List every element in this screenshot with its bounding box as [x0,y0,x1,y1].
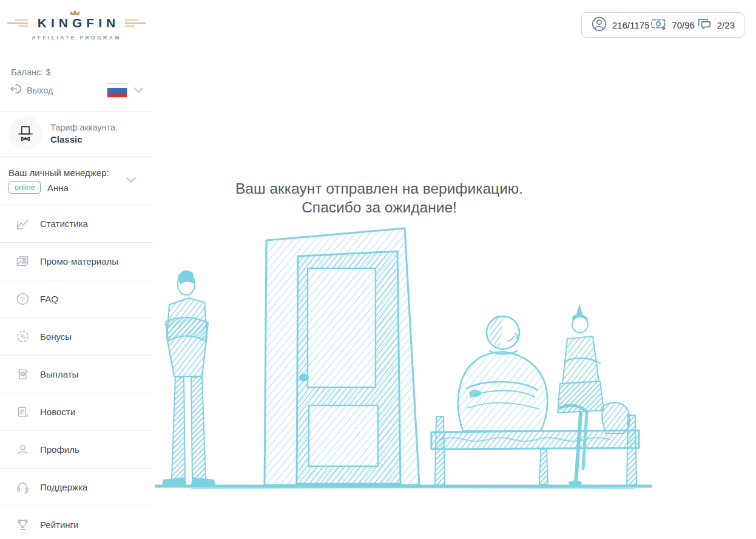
svg-text:%: % [20,333,25,340]
cash-out-icon: $ [15,367,30,382]
stat-payments[interactable]: 70/96 [650,16,695,35]
news-icon [15,405,30,419]
sidebar-item-promo[interactable]: Промо-материалы [0,243,153,280]
crown-icon [69,7,81,18]
app: KINGFIN AFFILIATE PROGRAM Баланс: $ Выхо… [0,0,756,539]
tariff-label: Тариф аккаунта: [50,121,118,134]
logo-flourish-right [125,19,146,27]
cash-icon [650,16,667,35]
header-stats-box: 216/1175 70/96 2/23 [581,12,744,38]
svg-text:?: ? [21,296,24,303]
manager-status-badge: online [8,181,41,194]
waiting-room-sketch [155,226,652,495]
sidebar-item-payouts[interactable]: $ Выплаты [0,356,153,393]
trophy-icon [15,518,30,532]
headset-icon [15,480,30,495]
stat-referrals[interactable]: 216/1175 [591,16,649,35]
tariff-section: Тариф аккаунта: Classic [8,116,118,150]
logout-label: Выход [27,86,53,95]
sidebar-item-faq[interactable]: ? FAQ [0,280,153,318]
sidebar-item-statistics[interactable]: Статистика [0,205,153,243]
logout-icon [10,83,22,98]
question-icon: ? [15,292,30,307]
chevron-down-icon [133,85,143,96]
sidebar-item-label: Рейтинги [40,520,78,530]
sidebar-item-label: Профиль [40,444,79,455]
chat-icon [696,16,712,35]
sidebar-item-label: Поддержка [40,482,87,492]
logo-flourish-left [7,19,28,27]
stat-value: 216/1175 [612,20,649,30]
user-circle-icon [591,16,607,35]
sidebar-item-label: Промо-материалы [40,256,118,266]
chart-icon [15,217,30,231]
sidebar-item-ratings[interactable]: Рейтинги [0,506,153,539]
balance-label: Баланс: $ [11,67,50,77]
verification-message-line1: Ваш аккаунт отправлен на верификацию. [153,179,606,198]
russia-flag-icon [107,83,127,98]
percent-badge-icon: % [15,330,30,344]
language-selector[interactable] [107,83,143,98]
sidebar-item-support[interactable]: Поддержка [0,469,153,506]
stat-value: 2/23 [717,20,735,30]
verification-message-line2: Спасибо за ожидание! [153,198,606,217]
sidebar-item-bonuses[interactable]: % Бонусы [0,318,153,356]
sidebar-menu: Статистика Промо-материалы [0,205,153,539]
sidebar-item-label: Новости [40,407,75,417]
logo-subtitle: AFFILIATE PROGRAM [0,35,153,41]
person-icon [15,442,30,457]
sidebar: KINGFIN AFFILIATE PROGRAM Баланс: $ Выхо… [0,0,153,539]
image-icon [15,254,30,269]
sidebar-item-label: Статистика [40,219,88,229]
sidebar-item-news[interactable]: Новости [0,393,153,431]
divider [0,156,153,157]
manager-section[interactable]: Ваш личный менеджер: online Анна [0,159,153,205]
manager-label: Ваш личный менеджер: [8,168,109,178]
logo[interactable]: KINGFIN AFFILIATE PROGRAM [0,8,153,41]
tophat-bowtie-icon [8,116,42,150]
sidebar-item-label: Бонусы [40,331,72,342]
sidebar-item-label: FAQ [40,294,58,304]
divider [0,111,153,112]
tariff-value: Classic [50,134,118,144]
sidebar-item-label: Выплаты [40,369,78,379]
manager-name: Анна [47,183,69,193]
stat-messages[interactable]: 2/23 [696,16,735,35]
svg-text:$: $ [21,371,24,376]
logout-button[interactable]: Выход [10,83,53,98]
stat-value: 70/96 [672,20,695,30]
sidebar-item-profile[interactable]: Профиль [0,431,153,469]
verification-message: Ваш аккаунт отправлен на верификацию. Сп… [153,179,606,217]
chevron-down-icon [126,175,136,186]
